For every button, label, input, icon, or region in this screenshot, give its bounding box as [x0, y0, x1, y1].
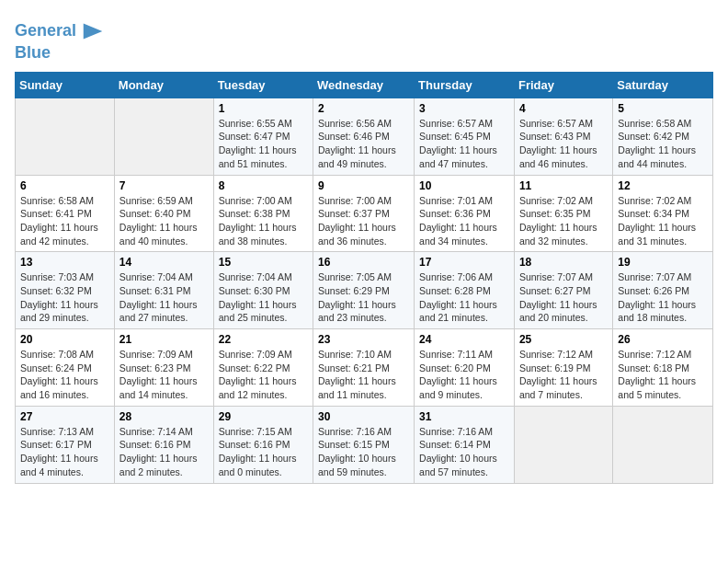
calendar-cell: 13Sunrise: 7:03 AMSunset: 6:32 PMDayligh…	[16, 252, 115, 329]
day-number: 31	[419, 410, 509, 423]
day-number: 30	[318, 410, 409, 423]
calendar-cell: 5Sunrise: 6:58 AMSunset: 6:42 PMDaylight…	[613, 98, 713, 175]
calendar-cell	[514, 406, 612, 483]
day-info: Sunrise: 6:58 AMSunset: 6:42 PMDaylight:…	[618, 117, 708, 171]
day-number: 5	[618, 102, 708, 115]
calendar-cell: 1Sunrise: 6:55 AMSunset: 6:47 PMDaylight…	[213, 98, 313, 175]
logo: General Blue	[15, 18, 106, 63]
calendar-cell: 25Sunrise: 7:12 AMSunset: 6:19 PMDayligh…	[514, 329, 612, 407]
day-info: Sunrise: 6:57 AMSunset: 6:45 PMDaylight:…	[419, 117, 509, 171]
day-info: Sunrise: 7:14 AMSunset: 6:16 PMDaylight:…	[119, 425, 209, 479]
logo-text: General	[15, 22, 76, 40]
header-row: SundayMondayTuesdayWednesdayThursdayFrid…	[16, 72, 713, 98]
calendar-cell: 2Sunrise: 6:56 AMSunset: 6:46 PMDaylight…	[313, 98, 415, 175]
calendar-cell: 24Sunrise: 7:11 AMSunset: 6:20 PMDayligh…	[415, 329, 515, 407]
day-number: 18	[519, 256, 608, 269]
day-info: Sunrise: 7:04 AMSunset: 6:30 PMDaylight:…	[219, 270, 308, 325]
calendar-week-1: 1Sunrise: 6:55 AMSunset: 6:47 PMDaylight…	[16, 98, 713, 175]
calendar-cell: 6Sunrise: 6:58 AMSunset: 6:41 PMDaylight…	[16, 175, 115, 252]
day-number: 6	[20, 179, 109, 192]
day-number: 28	[119, 410, 209, 423]
calendar-cell	[16, 98, 115, 175]
calendar-cell: 3Sunrise: 6:57 AMSunset: 6:45 PMDaylight…	[415, 98, 515, 175]
calendar-cell: 17Sunrise: 7:06 AMSunset: 6:28 PMDayligh…	[415, 252, 515, 329]
header-cell-tuesday: Tuesday	[213, 72, 313, 98]
logo-icon	[80, 18, 106, 44]
day-info: Sunrise: 7:16 AMSunset: 6:14 PMDaylight:…	[419, 425, 509, 479]
calendar-cell: 11Sunrise: 7:02 AMSunset: 6:35 PMDayligh…	[514, 175, 612, 252]
day-number: 8	[219, 179, 308, 192]
day-number: 15	[219, 256, 308, 269]
calendar-cell: 19Sunrise: 7:07 AMSunset: 6:26 PMDayligh…	[613, 252, 713, 329]
day-number: 23	[318, 333, 409, 346]
header-cell-sunday: Sunday	[16, 72, 115, 98]
day-info: Sunrise: 7:06 AMSunset: 6:28 PMDaylight:…	[419, 270, 509, 325]
calendar-cell	[114, 98, 213, 175]
header-cell-friday: Friday	[514, 72, 612, 98]
header-cell-thursday: Thursday	[415, 72, 515, 98]
calendar-cell: 15Sunrise: 7:04 AMSunset: 6:30 PMDayligh…	[213, 252, 313, 329]
calendar-cell: 29Sunrise: 7:15 AMSunset: 6:16 PMDayligh…	[213, 406, 313, 483]
svg-marker-0	[84, 24, 103, 40]
calendar-cell: 26Sunrise: 7:12 AMSunset: 6:18 PMDayligh…	[613, 329, 713, 407]
day-number: 17	[419, 256, 509, 269]
calendar-cell: 14Sunrise: 7:04 AMSunset: 6:31 PMDayligh…	[114, 252, 213, 329]
calendar-cell	[613, 406, 713, 483]
day-info: Sunrise: 7:12 AMSunset: 6:18 PMDaylight:…	[618, 348, 708, 402]
day-number: 24	[419, 333, 509, 346]
day-info: Sunrise: 6:55 AMSunset: 6:47 PMDaylight:…	[219, 117, 308, 171]
day-number: 12	[618, 179, 708, 192]
calendar-table: SundayMondayTuesdayWednesdayThursdayFrid…	[15, 72, 713, 484]
calendar-cell: 30Sunrise: 7:16 AMSunset: 6:15 PMDayligh…	[313, 406, 415, 483]
day-info: Sunrise: 6:56 AMSunset: 6:46 PMDaylight:…	[318, 117, 409, 171]
day-info: Sunrise: 6:59 AMSunset: 6:40 PMDaylight:…	[119, 194, 209, 248]
day-number: 29	[219, 410, 308, 423]
day-info: Sunrise: 7:04 AMSunset: 6:31 PMDaylight:…	[119, 270, 209, 325]
calendar-cell: 18Sunrise: 7:07 AMSunset: 6:27 PMDayligh…	[514, 252, 612, 329]
day-number: 26	[618, 333, 708, 346]
page-header: General Blue	[15, 15, 713, 63]
day-number: 21	[119, 333, 209, 346]
day-number: 19	[618, 256, 708, 269]
day-number: 25	[519, 333, 608, 346]
calendar-cell: 28Sunrise: 7:14 AMSunset: 6:16 PMDayligh…	[114, 406, 213, 483]
calendar-cell: 9Sunrise: 7:00 AMSunset: 6:37 PMDaylight…	[313, 175, 415, 252]
calendar-cell: 20Sunrise: 7:08 AMSunset: 6:24 PMDayligh…	[16, 329, 115, 407]
day-info: Sunrise: 7:08 AMSunset: 6:24 PMDaylight:…	[20, 348, 109, 402]
day-number: 10	[419, 179, 509, 192]
calendar-cell: 16Sunrise: 7:05 AMSunset: 6:29 PMDayligh…	[313, 252, 415, 329]
day-number: 11	[519, 179, 608, 192]
day-info: Sunrise: 7:09 AMSunset: 6:23 PMDaylight:…	[119, 348, 209, 402]
calendar-week-4: 20Sunrise: 7:08 AMSunset: 6:24 PMDayligh…	[16, 329, 713, 407]
day-info: Sunrise: 6:58 AMSunset: 6:41 PMDaylight:…	[20, 194, 109, 248]
calendar-week-3: 13Sunrise: 7:03 AMSunset: 6:32 PMDayligh…	[16, 252, 713, 329]
day-info: Sunrise: 6:57 AMSunset: 6:43 PMDaylight:…	[519, 117, 608, 171]
header-cell-wednesday: Wednesday	[313, 72, 415, 98]
day-number: 3	[419, 102, 509, 115]
day-info: Sunrise: 7:16 AMSunset: 6:15 PMDaylight:…	[318, 425, 409, 479]
calendar-cell: 21Sunrise: 7:09 AMSunset: 6:23 PMDayligh…	[114, 329, 213, 407]
logo-blue-text: Blue	[15, 44, 106, 63]
calendar-cell: 4Sunrise: 6:57 AMSunset: 6:43 PMDaylight…	[514, 98, 612, 175]
day-number: 16	[318, 256, 409, 269]
header-cell-saturday: Saturday	[613, 72, 713, 98]
calendar-cell: 22Sunrise: 7:09 AMSunset: 6:22 PMDayligh…	[213, 329, 313, 407]
day-number: 14	[119, 256, 209, 269]
day-info: Sunrise: 7:03 AMSunset: 6:32 PMDaylight:…	[20, 270, 109, 325]
day-info: Sunrise: 7:11 AMSunset: 6:20 PMDaylight:…	[419, 348, 509, 402]
header-cell-monday: Monday	[114, 72, 213, 98]
day-info: Sunrise: 7:15 AMSunset: 6:16 PMDaylight:…	[219, 425, 308, 479]
day-info: Sunrise: 7:02 AMSunset: 6:35 PMDaylight:…	[519, 194, 608, 248]
calendar-body: 1Sunrise: 6:55 AMSunset: 6:47 PMDaylight…	[16, 98, 713, 483]
calendar-cell: 7Sunrise: 6:59 AMSunset: 6:40 PMDaylight…	[114, 175, 213, 252]
calendar-week-2: 6Sunrise: 6:58 AMSunset: 6:41 PMDaylight…	[16, 175, 713, 252]
day-info: Sunrise: 7:05 AMSunset: 6:29 PMDaylight:…	[318, 270, 409, 325]
day-number: 22	[219, 333, 308, 346]
day-info: Sunrise: 7:07 AMSunset: 6:26 PMDaylight:…	[618, 270, 708, 325]
day-info: Sunrise: 7:02 AMSunset: 6:34 PMDaylight:…	[618, 194, 708, 248]
calendar-cell: 23Sunrise: 7:10 AMSunset: 6:21 PMDayligh…	[313, 329, 415, 407]
day-info: Sunrise: 7:12 AMSunset: 6:19 PMDaylight:…	[519, 348, 608, 402]
day-info: Sunrise: 7:07 AMSunset: 6:27 PMDaylight:…	[519, 270, 608, 325]
calendar-week-5: 27Sunrise: 7:13 AMSunset: 6:17 PMDayligh…	[16, 406, 713, 483]
calendar-cell: 12Sunrise: 7:02 AMSunset: 6:34 PMDayligh…	[613, 175, 713, 252]
